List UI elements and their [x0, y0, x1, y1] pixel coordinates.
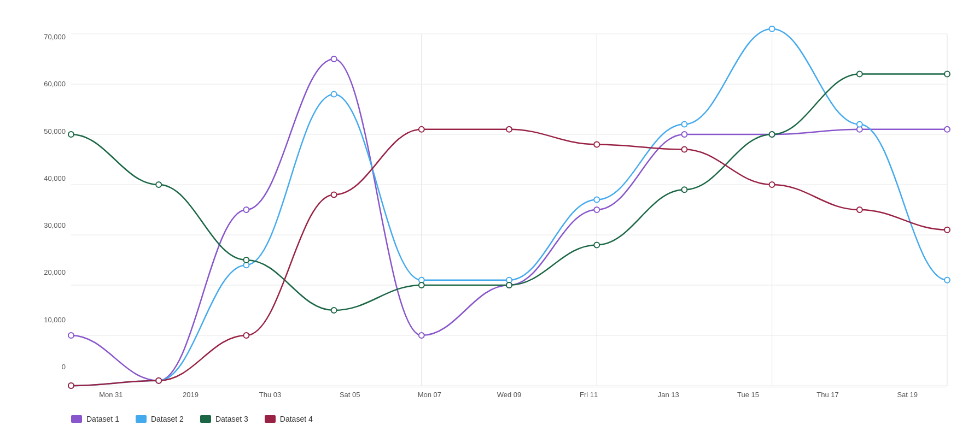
y-axis-label: 40,000: [33, 174, 71, 182]
legend-label: Dataset 2: [151, 415, 184, 423]
y-axis-label: 10,000: [33, 316, 71, 324]
svg-point-52: [681, 147, 687, 152]
x-axis-label: Sat 05: [310, 391, 390, 399]
legend-item: Dataset 2: [136, 415, 184, 423]
svg-point-51: [594, 141, 599, 147]
svg-point-41: [681, 187, 687, 192]
legend-color-box: [136, 415, 147, 423]
legend: Dataset 1Dataset 2Dataset 3Dataset 4: [71, 415, 947, 423]
y-axis-label: 0: [33, 363, 71, 371]
svg-point-39: [506, 282, 512, 288]
y-axis-label: 20,000: [33, 268, 71, 276]
legend-label: Dataset 3: [215, 415, 248, 423]
legend-label: Dataset 1: [86, 415, 119, 423]
chart-area: 70,00060,00050,00040,00030,00020,00010,0…: [33, 33, 947, 387]
svg-point-47: [243, 333, 249, 338]
svg-point-54: [857, 207, 862, 212]
svg-point-15: [331, 56, 337, 62]
svg-point-19: [681, 132, 687, 137]
svg-point-29: [594, 197, 599, 203]
svg-point-31: [769, 26, 775, 32]
svg-point-45: [68, 383, 74, 388]
legend-item: Dataset 1: [71, 415, 119, 423]
svg-point-30: [681, 122, 687, 127]
svg-point-46: [156, 378, 161, 383]
legend-color-box: [200, 415, 211, 423]
svg-point-50: [506, 127, 512, 132]
svg-point-14: [243, 207, 249, 212]
chart-svg: [71, 33, 947, 387]
x-axis-label: Mon 07: [390, 391, 470, 399]
svg-point-34: [68, 132, 74, 137]
svg-point-43: [857, 72, 862, 77]
svg-point-55: [944, 227, 950, 233]
svg-point-33: [944, 277, 950, 283]
y-axis-label: 70,000: [33, 33, 71, 41]
svg-point-18: [594, 207, 599, 212]
svg-point-26: [331, 91, 337, 97]
x-axis-label: Thu 03: [230, 391, 310, 399]
legend-label: Dataset 4: [280, 415, 313, 423]
svg-point-32: [857, 122, 862, 127]
y-axis-label: 30,000: [33, 221, 71, 229]
svg-point-22: [944, 127, 950, 132]
legend-color-box: [71, 415, 82, 423]
svg-point-38: [419, 282, 424, 288]
y-axis-label: 60,000: [33, 80, 71, 88]
x-axis-label: Fri 11: [549, 391, 629, 399]
svg-point-36: [243, 257, 249, 263]
x-axis-label: Mon 31: [71, 391, 151, 399]
legend-color-box: [265, 415, 276, 423]
chart-container: 70,00060,00050,00040,00030,00020,00010,0…: [33, 33, 947, 423]
svg-point-12: [68, 333, 74, 338]
y-axis-label: 50,000: [33, 127, 71, 135]
svg-point-49: [419, 127, 424, 132]
svg-point-16: [419, 333, 424, 338]
svg-point-53: [769, 182, 775, 187]
svg-point-35: [156, 182, 161, 187]
y-axis: 70,00060,00050,00040,00030,00020,00010,0…: [33, 33, 71, 387]
x-axis-label: Tue 15: [708, 391, 788, 399]
legend-item: Dataset 3: [200, 415, 248, 423]
plot-area: [71, 33, 947, 387]
x-axis-label: Sat 19: [867, 391, 947, 399]
x-axis-label: Thu 17: [788, 391, 868, 399]
svg-point-48: [331, 192, 337, 197]
svg-point-37: [331, 308, 337, 313]
svg-point-40: [594, 242, 599, 247]
x-axis: Mon 312019Thu 03Sat 05Mon 07Wed 09Fri 11…: [71, 387, 947, 404]
x-axis-label: Jan 13: [628, 391, 708, 399]
svg-point-42: [769, 132, 775, 137]
svg-point-44: [944, 72, 950, 77]
x-axis-label: Wed 09: [469, 391, 549, 399]
legend-item: Dataset 4: [265, 415, 313, 423]
x-axis-label: 2019: [151, 391, 231, 399]
